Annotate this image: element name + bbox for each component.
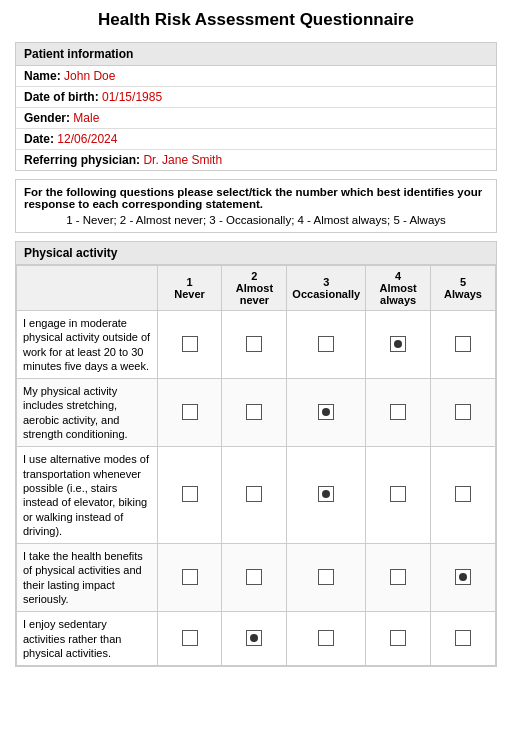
checkbox-row1-col1[interactable] (182, 404, 198, 420)
patient-row: Referring physician: Dr. Jane Smith (16, 150, 496, 170)
patient-value: Male (73, 111, 99, 125)
col-num: 1 (186, 276, 192, 288)
patient-label: Date: (24, 132, 54, 146)
checkbox-row0-col5[interactable] (455, 336, 471, 352)
patient-info-header: Patient information (16, 43, 496, 66)
checkbox-row2-col1[interactable] (182, 486, 198, 502)
answer-cell-4-2[interactable] (222, 612, 287, 666)
checkbox-row4-col3[interactable] (318, 630, 334, 646)
answer-cell-1-1[interactable] (157, 379, 222, 447)
col-num: 2 (251, 270, 257, 282)
table-row: I take the health benefits of physical a… (17, 544, 496, 612)
col-num: 3 (323, 276, 329, 288)
page-title: Health Risk Assessment Questionnaire (15, 10, 497, 30)
answer-cell-1-2[interactable] (222, 379, 287, 447)
checkbox-row2-col4[interactable] (390, 486, 406, 502)
question-text: I enjoy sedentary activities rather than… (17, 612, 158, 666)
physical-activity-section: Physical activity 1Never2Almost never3Oc… (15, 241, 497, 667)
answer-cell-4-5[interactable] (431, 612, 496, 666)
answer-cell-0-2[interactable] (222, 311, 287, 379)
checkbox-row1-col3[interactable] (318, 404, 334, 420)
patient-row: Gender: Male (16, 108, 496, 129)
table-row: My physical activity includes stretching… (17, 379, 496, 447)
patient-value: John Doe (64, 69, 115, 83)
table-row: I use alternative modes of transportatio… (17, 447, 496, 544)
column-header-almost-always: 4Almost always (366, 266, 431, 311)
patient-value: Dr. Jane Smith (143, 153, 222, 167)
answer-cell-1-5[interactable] (431, 379, 496, 447)
column-header-almost-never: 2Almost never (222, 266, 287, 311)
col-label: Almost always (379, 282, 416, 306)
column-header-question (17, 266, 158, 311)
column-header-occasionally: 3Occasionally (287, 266, 366, 311)
checkbox-row0-col3[interactable] (318, 336, 334, 352)
patient-row: Date of birth: 01/15/1985 (16, 87, 496, 108)
checkbox-row2-col5[interactable] (455, 486, 471, 502)
patient-row: Date: 12/06/2024 (16, 129, 496, 150)
answer-cell-2-4[interactable] (366, 447, 431, 544)
checkbox-row0-col4[interactable] (390, 336, 406, 352)
checkbox-row4-col2[interactable] (246, 630, 262, 646)
instructions-section: For the following questions please selec… (15, 179, 497, 233)
checkbox-row1-col5[interactable] (455, 404, 471, 420)
answer-cell-3-3[interactable] (287, 544, 366, 612)
patient-label: Gender: (24, 111, 70, 125)
column-header-never: 1Never (157, 266, 222, 311)
patient-label: Name: (24, 69, 61, 83)
answer-cell-0-4[interactable] (366, 311, 431, 379)
patient-label: Referring physician: (24, 153, 140, 167)
checkbox-row3-col3[interactable] (318, 569, 334, 585)
checkbox-row2-col3[interactable] (318, 486, 334, 502)
answer-cell-1-3[interactable] (287, 379, 366, 447)
answer-cell-0-1[interactable] (157, 311, 222, 379)
checkbox-row0-col1[interactable] (182, 336, 198, 352)
checkbox-row3-col2[interactable] (246, 569, 262, 585)
question-text: I take the health benefits of physical a… (17, 544, 158, 612)
col-label: Never (174, 288, 205, 300)
checkbox-row4-col1[interactable] (182, 630, 198, 646)
question-text: I use alternative modes of transportatio… (17, 447, 158, 544)
table-row: I engage in moderate physical activity o… (17, 311, 496, 379)
answer-cell-4-3[interactable] (287, 612, 366, 666)
answer-cell-3-5[interactable] (431, 544, 496, 612)
column-header-always: 5Always (431, 266, 496, 311)
col-label: Almost never (236, 282, 273, 306)
col-label: Always (444, 288, 482, 300)
answer-cell-2-1[interactable] (157, 447, 222, 544)
answer-cell-3-2[interactable] (222, 544, 287, 612)
patient-value: 12/06/2024 (57, 132, 117, 146)
answer-cell-0-5[interactable] (431, 311, 496, 379)
physical-activity-table: 1Never2Almost never3Occasionally4Almost … (16, 265, 496, 666)
answer-cell-2-3[interactable] (287, 447, 366, 544)
table-row: I enjoy sedentary activities rather than… (17, 612, 496, 666)
instructions-main: For the following questions please selec… (24, 186, 488, 210)
checkbox-row3-col5[interactable] (455, 569, 471, 585)
answer-cell-4-1[interactable] (157, 612, 222, 666)
patient-value: 01/15/1985 (102, 90, 162, 104)
scale-legend: 1 - Never; 2 - Almost never; 3 - Occasio… (24, 214, 488, 226)
answer-cell-2-5[interactable] (431, 447, 496, 544)
checkbox-row2-col2[interactable] (246, 486, 262, 502)
checkbox-row4-col4[interactable] (390, 630, 406, 646)
col-label: Occasionally (292, 288, 360, 300)
checkbox-row0-col2[interactable] (246, 336, 262, 352)
checkbox-row1-col4[interactable] (390, 404, 406, 420)
col-num: 4 (395, 270, 401, 282)
answer-cell-3-4[interactable] (366, 544, 431, 612)
answer-cell-3-1[interactable] (157, 544, 222, 612)
patient-row: Name: John Doe (16, 66, 496, 87)
col-num: 5 (460, 276, 466, 288)
patient-label: Date of birth: (24, 90, 99, 104)
answer-cell-2-2[interactable] (222, 447, 287, 544)
physical-activity-header: Physical activity (16, 242, 496, 265)
checkbox-row4-col5[interactable] (455, 630, 471, 646)
question-text: My physical activity includes stretching… (17, 379, 158, 447)
question-text: I engage in moderate physical activity o… (17, 311, 158, 379)
checkbox-row3-col4[interactable] (390, 569, 406, 585)
checkbox-row3-col1[interactable] (182, 569, 198, 585)
answer-cell-4-4[interactable] (366, 612, 431, 666)
checkbox-row1-col2[interactable] (246, 404, 262, 420)
answer-cell-0-3[interactable] (287, 311, 366, 379)
answer-cell-1-4[interactable] (366, 379, 431, 447)
patient-info-section: Patient information Name: John DoeDate o… (15, 42, 497, 171)
